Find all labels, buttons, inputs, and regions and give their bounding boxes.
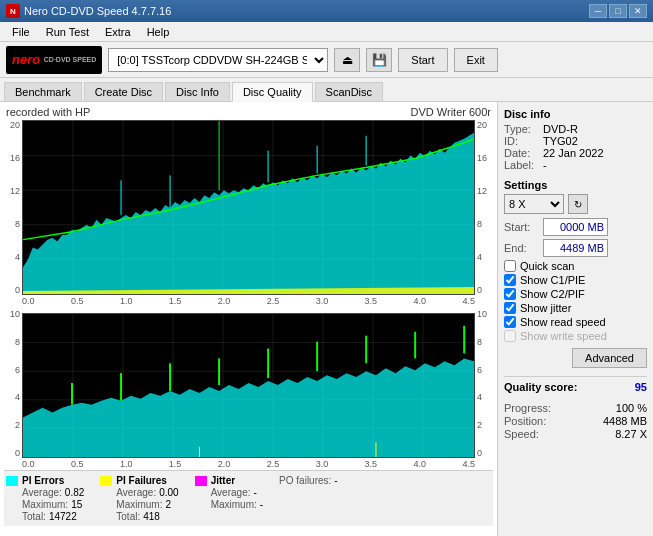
progress-section: Progress: 100 % Position: 4488 MB Speed:… <box>504 401 647 441</box>
legend-area: PI Errors Average:0.82 Maximum:15 Total:… <box>4 470 493 526</box>
settings-section: Settings 8 X ↻ Start: End: Quick scan <box>504 179 647 368</box>
quality-score-row: Quality score: 95 <box>504 376 647 393</box>
bottom-x-axis: 0.00.51.01.52.02.53.03.54.04.5 <box>4 458 493 470</box>
legend-jitter: Jitter Average:- Maximum:- <box>195 475 263 522</box>
menu-run-test[interactable]: Run Test <box>38 22 97 41</box>
tab-scandisc[interactable]: ScanDisc <box>315 82 383 101</box>
speed-row: Speed: 8.27 X <box>504 428 647 440</box>
legend-pi-errors-color <box>6 476 18 486</box>
menu-bar: File Run Test Extra Help <box>0 22 653 42</box>
main-content: recorded with HP DVD Writer 600r 2016128… <box>0 102 653 536</box>
show-c2pif-checkbox[interactable] <box>504 288 516 300</box>
legend-pi-failures-color <box>100 476 112 486</box>
legend-jitter-color <box>195 476 207 486</box>
show-read-speed-checkbox[interactable] <box>504 316 516 328</box>
tab-disc-info[interactable]: Disc Info <box>165 82 230 101</box>
show-write-speed-checkbox <box>504 330 516 342</box>
bottom-chart <box>22 313 475 458</box>
refresh-button[interactable]: ↻ <box>568 194 588 214</box>
chart-header-left: recorded with HP <box>6 106 90 118</box>
show-jitter-label: Show jitter <box>520 302 571 314</box>
start-button[interactable]: Start <box>398 48 447 72</box>
menu-extra[interactable]: Extra <box>97 22 139 41</box>
exit-button[interactable]: Exit <box>454 48 498 72</box>
top-y-axis-left: 201612840 <box>4 120 22 295</box>
right-panel: Disc info Type: DVD-R ID: TYG02 Date: 22… <box>498 102 653 536</box>
top-x-axis: 0.00.51.01.52.02.53.03.54.04.5 <box>4 295 493 307</box>
maximize-button[interactable]: □ <box>609 4 627 18</box>
bottom-y-axis-left: 1086420 <box>4 309 22 458</box>
show-read-speed-row: Show read speed <box>504 316 647 328</box>
toolbar: nero CD·DVD SPEED [0:0] TSSTcorp CDDVDW … <box>0 42 653 78</box>
show-read-speed-label: Show read speed <box>520 316 606 328</box>
legend-pi-failures-stats: PI Failures Average:0.00 Maximum:2 Total… <box>116 475 178 522</box>
bottom-chart-svg <box>23 314 474 457</box>
bottom-y-axis-right: 1086420 <box>475 309 493 458</box>
show-jitter-row: Show jitter <box>504 302 647 314</box>
chart-header-right: DVD Writer 600r <box>411 106 491 118</box>
close-button[interactable]: ✕ <box>629 4 647 18</box>
quality-score-label: Quality score: <box>504 381 577 393</box>
bottom-chart-inner <box>22 309 475 458</box>
title-bar-text: Nero CD-DVD Speed 4.7.7.16 <box>24 5 171 17</box>
legend-pi-errors-stats: PI Errors Average:0.82 Maximum:15 Total:… <box>22 475 84 522</box>
quality-score-value: 95 <box>635 381 647 393</box>
top-chart <box>22 120 475 295</box>
disc-info-id-row: ID: TYG02 <box>504 135 647 147</box>
tab-benchmark[interactable]: Benchmark <box>4 82 82 101</box>
legend-po-failures: PO failures:- <box>279 475 338 522</box>
title-bar-buttons: ─ □ ✕ <box>589 4 647 18</box>
show-c1pie-checkbox[interactable] <box>504 274 516 286</box>
menu-help[interactable]: Help <box>139 22 178 41</box>
show-jitter-checkbox[interactable] <box>504 302 516 314</box>
save-icon-button[interactable]: 💾 <box>366 48 392 72</box>
show-c1pie-row: Show C1/PIE <box>504 274 647 286</box>
show-write-speed-row: Show write speed <box>504 330 647 342</box>
show-c1pie-label: Show C1/PIE <box>520 274 585 286</box>
menu-file[interactable]: File <box>4 22 38 41</box>
tabs-bar: Benchmark Create Disc Disc Info Disc Qua… <box>0 78 653 102</box>
show-write-speed-label: Show write speed <box>520 330 607 342</box>
settings-title: Settings <box>504 179 647 191</box>
drive-select[interactable]: [0:0] TSSTcorp CDDVDW SH-224GB SB00 <box>108 48 328 72</box>
legend-jitter-stats: Jitter Average:- Maximum:- <box>211 475 263 510</box>
speed-select[interactable]: 8 X <box>504 194 564 214</box>
legend-jitter-label: Jitter <box>211 475 263 486</box>
quick-scan-row: Quick scan <box>504 260 647 272</box>
advanced-button[interactable]: Advanced <box>572 348 647 368</box>
end-mb-input[interactable] <box>543 239 608 257</box>
end-mb-row: End: <box>504 239 647 257</box>
legend-pi-errors-label: PI Errors <box>22 475 84 486</box>
speed-row: 8 X ↻ <box>504 194 647 214</box>
top-y-axis-right: 201612840 <box>475 120 493 295</box>
tab-disc-quality[interactable]: Disc Quality <box>232 82 313 102</box>
tab-create-disc[interactable]: Create Disc <box>84 82 163 101</box>
legend-pi-errors: PI Errors Average:0.82 Maximum:15 Total:… <box>6 475 84 522</box>
show-c2pif-row: Show C2/PIF <box>504 288 647 300</box>
show-c2pif-label: Show C2/PIF <box>520 288 585 300</box>
nero-logo: nero CD·DVD SPEED <box>6 46 102 74</box>
quick-scan-label: Quick scan <box>520 260 574 272</box>
chart-header: recorded with HP DVD Writer 600r <box>4 106 493 120</box>
top-chart-inner <box>22 120 475 295</box>
disc-info-label-row: Label: - <box>504 159 647 171</box>
top-chart-svg <box>23 121 474 294</box>
start-mb-row: Start: <box>504 218 647 236</box>
disc-info-title: Disc info <box>504 108 647 120</box>
start-mb-input[interactable] <box>543 218 608 236</box>
quick-scan-checkbox[interactable] <box>504 260 516 272</box>
disc-info-date-row: Date: 22 Jan 2022 <box>504 147 647 159</box>
chart-area: recorded with HP DVD Writer 600r 2016128… <box>0 102 498 536</box>
title-bar: N Nero CD-DVD Speed 4.7.7.16 ─ □ ✕ <box>0 0 653 22</box>
app-icon: N <box>6 4 20 18</box>
legend-pi-failures: PI Failures Average:0.00 Maximum:2 Total… <box>100 475 178 522</box>
position-row: Position: 4488 MB <box>504 415 647 427</box>
bottom-chart-wrap: 1086420 <box>4 309 493 458</box>
progress-row: Progress: 100 % <box>504 402 647 414</box>
legend-pi-failures-label: PI Failures <box>116 475 178 486</box>
disc-info-type-row: Type: DVD-R <box>504 123 647 135</box>
top-chart-wrap: 201612840 <box>4 120 493 295</box>
minimize-button[interactable]: ─ <box>589 4 607 18</box>
disc-info-section: Disc info Type: DVD-R ID: TYG02 Date: 22… <box>504 108 647 171</box>
eject-icon-button[interactable]: ⏏ <box>334 48 360 72</box>
